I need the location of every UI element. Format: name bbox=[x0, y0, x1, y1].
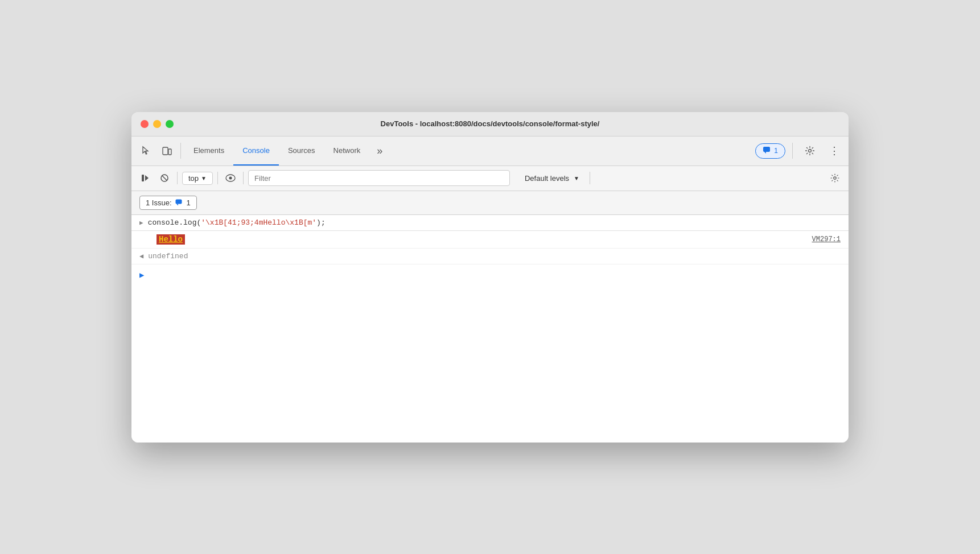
issues-label: 1 Issue: bbox=[146, 199, 172, 207]
gear-icon bbox=[805, 146, 815, 156]
more-tabs-button[interactable]: » bbox=[369, 140, 390, 161]
tab-network[interactable]: Network bbox=[324, 136, 370, 166]
undefined-text: undefined bbox=[148, 252, 188, 261]
eye-icon bbox=[225, 174, 236, 182]
block-icon-button[interactable] bbox=[157, 170, 172, 186]
context-selector[interactable]: top ▼ bbox=[182, 172, 213, 185]
vm-link[interactable]: VM297:1 bbox=[812, 235, 841, 243]
svg-marker-13 bbox=[176, 204, 178, 206]
chat-icon bbox=[763, 146, 771, 156]
context-dropdown-arrow: ▼ bbox=[201, 175, 207, 181]
console-separator-2 bbox=[217, 172, 218, 184]
svg-point-10 bbox=[229, 177, 232, 180]
play-icon bbox=[141, 173, 150, 183]
prompt-chevron: ▶ bbox=[139, 270, 144, 280]
eye-icon-button[interactable] bbox=[223, 170, 238, 186]
expand-arrow[interactable]: ▶ bbox=[139, 218, 143, 226]
console-settings-button[interactable] bbox=[827, 170, 843, 186]
svg-rect-1 bbox=[168, 149, 171, 155]
svg-rect-0 bbox=[163, 147, 168, 155]
console-separator-4 bbox=[590, 172, 590, 184]
issues-bar: 1 Issue: 1 bbox=[131, 191, 849, 215]
more-menu-button[interactable]: ⋮ bbox=[823, 140, 844, 161]
close-button[interactable] bbox=[141, 120, 149, 128]
svg-rect-12 bbox=[175, 200, 182, 204]
device-icon bbox=[162, 146, 172, 156]
maximize-button[interactable] bbox=[166, 120, 174, 128]
tab-elements[interactable]: Elements bbox=[184, 136, 233, 166]
console-log-entry: ▶ console.log('\x1B[41;93;4mHello\x1B[m'… bbox=[131, 215, 849, 231]
clear-console-button[interactable] bbox=[137, 170, 153, 186]
console-gear-icon bbox=[830, 173, 839, 183]
console-prompt[interactable]: ▶ bbox=[131, 264, 849, 286]
settings-button[interactable] bbox=[800, 140, 820, 161]
default-levels-arrow: ▼ bbox=[574, 175, 579, 181]
svg-point-4 bbox=[809, 150, 812, 152]
console-separator-1 bbox=[177, 172, 178, 184]
context-label: top bbox=[188, 174, 199, 183]
issues-count: 1 bbox=[187, 199, 191, 207]
svg-rect-2 bbox=[763, 147, 770, 152]
cursor-icon bbox=[141, 146, 151, 156]
block-icon bbox=[160, 173, 169, 183]
title-bar: DevTools - localhost:8080/docs/devtools/… bbox=[131, 112, 849, 137]
svg-rect-5 bbox=[142, 175, 144, 181]
issue-count: 1 bbox=[774, 147, 778, 155]
tab-console[interactable]: Console bbox=[233, 136, 279, 166]
console-content: ▶ console.log('\x1B[41;93;4mHello\x1B[m'… bbox=[131, 215, 849, 443]
issue-badge-button[interactable]: 1 bbox=[755, 143, 785, 159]
hello-output-row: Hello VM297:1 bbox=[131, 231, 849, 249]
console-string: '\x1B[41;93;4mHello\x1B[m' bbox=[201, 218, 316, 227]
svg-marker-6 bbox=[145, 175, 149, 181]
undefined-row: ◀ undefined bbox=[131, 249, 849, 264]
toolbar-right: 1 ⋮ bbox=[755, 140, 844, 161]
svg-line-8 bbox=[162, 176, 167, 181]
issues-chat-icon bbox=[175, 199, 183, 206]
console-code-prefix: console.log( bbox=[148, 218, 201, 227]
hello-text: Hello bbox=[157, 234, 185, 245]
issues-inline-badge[interactable]: 1 Issue: 1 bbox=[139, 196, 197, 210]
minimize-button[interactable] bbox=[153, 120, 161, 128]
return-arrow-icon: ◀ bbox=[139, 252, 143, 261]
devtools-window: DevTools - localhost:8080/docs/devtools/… bbox=[131, 112, 849, 443]
window-title: DevTools - localhost:8080/docs/devtools/… bbox=[381, 119, 600, 128]
console-separator-3 bbox=[243, 172, 244, 184]
inspect-icon-button[interactable] bbox=[136, 140, 157, 161]
console-code-suffix: ); bbox=[316, 218, 326, 227]
svg-marker-3 bbox=[764, 152, 766, 154]
filter-input[interactable] bbox=[248, 170, 510, 186]
default-levels-label: Default levels bbox=[525, 174, 569, 183]
traffic-lights bbox=[141, 120, 174, 128]
main-toolbar: Elements Console Sources Network » 1 bbox=[131, 137, 849, 166]
tab-sources[interactable]: Sources bbox=[279, 136, 324, 166]
console-toolbar: top ▼ Default levels ▼ bbox=[131, 166, 849, 191]
toolbar-separator-1 bbox=[180, 143, 181, 159]
svg-point-11 bbox=[834, 177, 836, 179]
device-toggle-button[interactable] bbox=[157, 140, 177, 161]
toolbar-separator-2 bbox=[792, 143, 793, 159]
default-levels-button[interactable]: Default levels ▼ bbox=[519, 172, 585, 184]
